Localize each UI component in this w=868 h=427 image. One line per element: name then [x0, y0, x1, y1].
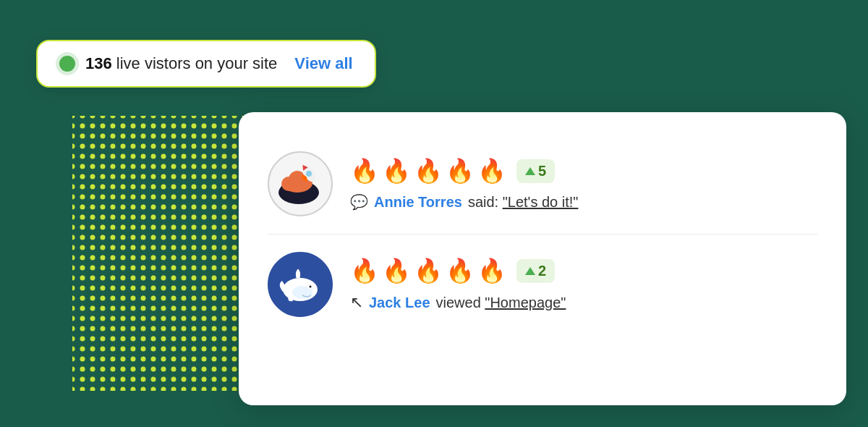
flame-icon: 🔥 [382, 257, 411, 284]
action-text: viewed "Homepage" [436, 295, 566, 311]
avatar [268, 151, 333, 216]
comment-icon: 💬 [350, 193, 368, 211]
flames-row: 🔥 🔥 🔥 🔥 🔥 2 [350, 257, 817, 284]
flame-inactive-icon: 🔥 [477, 157, 506, 185]
flame-icon: 🔥 [446, 157, 475, 185]
vote-count: 5 [538, 163, 546, 179]
svg-point-15 [310, 286, 312, 288]
flame-icon: 🔥 [350, 257, 379, 284]
flame-icon: 🔥 [414, 257, 443, 284]
flame-icon: 🔥 [382, 157, 411, 185]
vote-badge: 2 [516, 259, 555, 283]
activity-content: 🔥 🔥 🔥 🔥 🔥 2 ↖ Jack Lee viewed "Homepage" [350, 257, 817, 312]
flame-icon: 🔥 [477, 257, 506, 284]
live-visitors-banner: 136 live vistors on your site View all [36, 40, 376, 88]
vote-up-arrow [525, 267, 535, 275]
username: Jack Lee [369, 295, 430, 311]
live-visitors-text: 136 live vistors on your site [85, 54, 277, 73]
username: Annie Torres [374, 194, 462, 211]
flame-icon: 🔥 [414, 157, 443, 185]
vote-badge: 5 [516, 159, 555, 183]
vote-up-arrow [525, 167, 535, 175]
avatar [268, 252, 333, 317]
view-all-link[interactable]: View all [294, 54, 352, 73]
flame-icon: 🔥 [350, 157, 379, 185]
svg-point-10 [306, 171, 312, 177]
activity-card: 🔥 🔥 🔥 🔥 🔥 5 💬 Annie Torres said: "Let's … [239, 112, 846, 405]
live-status-dot [59, 56, 75, 72]
vote-count: 2 [538, 263, 546, 279]
activity-row: 🔥 🔥 🔥 🔥 🔥 2 ↖ Jack Lee viewed "Homepage" [268, 234, 817, 334]
visitor-count: 136 [85, 54, 112, 72]
activity-content: 🔥 🔥 🔥 🔥 🔥 5 💬 Annie Torres said: "Let's … [350, 157, 817, 211]
activity-row: 🔥 🔥 🔥 🔥 🔥 5 💬 Annie Torres said: "Let's … [268, 134, 817, 234]
action-text: said: "Let's do it!" [468, 194, 579, 211]
activity-message: 💬 Annie Torres said: "Let's do it!" [350, 193, 817, 211]
flame-icon: 🔥 [446, 257, 475, 284]
flames-row: 🔥 🔥 🔥 🔥 🔥 5 [350, 157, 817, 185]
cursor-icon: ↖ [350, 293, 363, 312]
activity-message: ↖ Jack Lee viewed "Homepage" [350, 293, 817, 312]
